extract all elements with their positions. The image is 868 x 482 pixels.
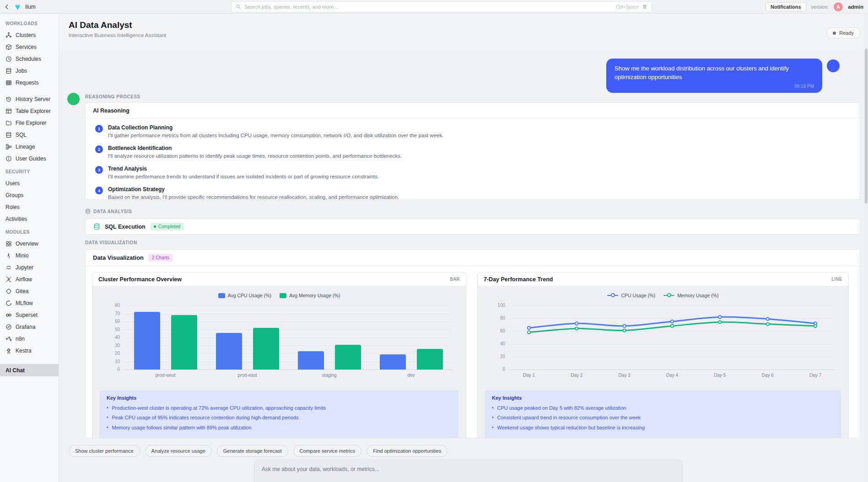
y-axis-tick: 80 — [483, 316, 505, 321]
reasoning-step: 4 Optimization Strategy Based on the ana… — [95, 186, 850, 200]
database-icon — [85, 209, 91, 214]
version-label: version: — [811, 4, 829, 10]
y-axis-tick: 40 — [483, 341, 505, 346]
notifications-button[interactable]: Notifications — [766, 2, 806, 11]
search-input[interactable] — [244, 4, 613, 10]
sidebar-item-activities[interactable]: Activities — [0, 213, 59, 225]
trash-icon[interactable] — [642, 4, 647, 10]
ilum-logo-icon — [14, 4, 21, 11]
x-axis-label: prod-west — [124, 373, 206, 379]
x-axis-label: prod-east — [206, 373, 288, 379]
sidebar-item-jobs[interactable]: Jobs — [0, 65, 59, 77]
status-badge: Ready — [826, 27, 860, 38]
sidebar-item-n8n[interactable]: n8n — [0, 333, 59, 345]
sidebar-item-user-guides[interactable]: User Guides — [0, 153, 59, 165]
sidebar-section-security: SECURITY — [0, 165, 59, 177]
bar-group — [206, 305, 288, 370]
sidebar-item-kestra[interactable]: Kestra — [0, 345, 59, 357]
database-icon — [5, 68, 12, 74]
chip-generate-storage-forecast[interactable]: Generate storage forecast — [217, 445, 288, 457]
y-axis-tick: 60 — [483, 328, 505, 333]
data-point — [528, 327, 530, 329]
superset-icon — [5, 312, 12, 318]
sidebar-item-groups[interactable]: Groups — [0, 189, 59, 201]
chip-show-cluster-performance[interactable]: Show cluster performance — [69, 445, 140, 457]
data-point — [671, 320, 674, 323]
data-point — [623, 329, 625, 332]
data-visualization-card: Data Visualization 2 Charts Cluster Perf… — [85, 249, 860, 438]
sidebar-item-mlflow[interactable]: MLflow — [0, 297, 59, 309]
sidebar-item-lineage[interactable]: Lineage — [0, 141, 59, 153]
y-axis-tick: 60 — [98, 319, 120, 324]
info-icon — [5, 155, 12, 162]
sidebar-item-roles[interactable]: Roles — [0, 201, 59, 213]
page-header: AI Data Analyst Interactive Business Int… — [59, 14, 868, 51]
line-chart-card: 7-Day Performance Trend LINE CPU Usage (… — [477, 272, 849, 438]
x-axis-label: staging — [288, 373, 370, 379]
gitea-icon — [5, 288, 12, 295]
folder-icon — [5, 120, 12, 126]
scrollbar-track — [864, 14, 868, 482]
history-icon — [5, 96, 12, 102]
line-chart-plot: 020406080100 — [510, 305, 835, 370]
bar — [171, 315, 197, 370]
chat-input[interactable] — [254, 460, 682, 482]
admin-avatar[interactable]: A — [834, 2, 843, 11]
bar-chart-plot: 01020304050607080 — [124, 305, 452, 370]
sidebar-item-file-explorer[interactable]: File Explorer — [0, 117, 59, 129]
chip-compare-service-metrics[interactable]: Compare service metrics — [293, 445, 362, 457]
data-visualization-section-label: DATA VISUALIZATION — [85, 240, 137, 245]
sidebar-item-ai-chat[interactable]: AI Chat — [0, 364, 59, 376]
scrollbar-thumb[interactable] — [865, 48, 868, 204]
chat-input-container — [254, 460, 683, 482]
sidebar-item-airflow[interactable]: Airflow — [0, 273, 59, 285]
chart-legend: CPU Usage (%) Memory Usage (%) — [478, 292, 848, 299]
sidebar-item-requests[interactable]: Requests — [0, 77, 59, 89]
chip-analyze-resource-usage[interactable]: Analyze resource usage — [145, 445, 212, 457]
global-search[interactable]: Ctrl+Space — [231, 1, 652, 12]
line-chart-svg — [510, 305, 835, 372]
completed-badge: Completed — [150, 223, 184, 230]
bar — [380, 354, 406, 370]
y-axis-tick: 20 — [483, 354, 505, 359]
kestra-icon — [5, 348, 12, 354]
legend-swatch-cpu — [218, 293, 225, 298]
sidebar-item-gitea[interactable]: Gitea — [0, 285, 59, 297]
user-avatar — [827, 59, 840, 72]
chart-type-tag: BAR — [450, 277, 460, 282]
y-axis-tick: 70 — [98, 311, 120, 316]
chip-find-optimization-opportunities[interactable]: Find optimization opportunities — [367, 445, 447, 457]
sidebar-item-sql[interactable]: SQL — [0, 129, 59, 141]
sidebar-item-services[interactable]: Services — [0, 41, 59, 53]
back-button[interactable] — [4, 4, 10, 10]
sidebar-item-table-explorer[interactable]: Table Explorer — [0, 105, 59, 117]
data-point — [718, 316, 721, 318]
sidebar-item-jupyter[interactable]: Jupyter — [0, 262, 59, 273]
y-axis-tick: 40 — [98, 335, 120, 340]
chart-type-tag: LINE — [832, 277, 842, 282]
sidebar-item-overview[interactable]: Overview — [0, 238, 59, 250]
box-icon — [5, 44, 12, 50]
sidebar-item-clusters[interactable]: Clusters — [0, 29, 59, 41]
mlflow-icon — [5, 300, 12, 306]
username: admin — [848, 4, 863, 10]
sidebar-item-users[interactable]: Users — [0, 177, 59, 189]
sidebar-item-minio[interactable]: Minio — [0, 250, 59, 262]
cluster-icon — [5, 32, 12, 38]
sidebar-item-history-server[interactable]: History Server — [0, 93, 59, 105]
sidebar-item-schedules[interactable]: Schedules — [0, 53, 59, 65]
reasoning-step: 1 Data Collection Planning I'll gather p… — [95, 124, 850, 138]
status-dot — [833, 32, 836, 35]
sidebar-item-grafana[interactable]: Grafana — [0, 321, 59, 333]
y-axis-tick: 0 — [98, 367, 120, 372]
gridline — [124, 370, 452, 370]
page-title: AI Data Analyst — [69, 20, 132, 30]
bar — [335, 345, 361, 370]
assistant-avatar — [67, 93, 80, 105]
data-point — [528, 331, 530, 334]
reasoning-step: 3 Trend Analysis I'll examine performanc… — [95, 166, 850, 179]
y-axis-tick: 10 — [98, 359, 120, 364]
n8n-icon — [5, 336, 12, 342]
bar-group — [124, 305, 206, 370]
sidebar-item-superset[interactable]: Superset — [0, 309, 59, 321]
